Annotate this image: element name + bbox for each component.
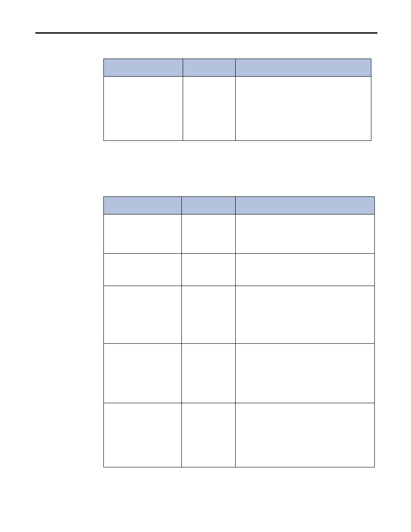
table2-cell: [104, 215, 182, 254]
table2-cell: [182, 215, 236, 254]
table1-header-0: [104, 59, 183, 77]
table2-cell: [182, 344, 236, 403]
table2-cell: [104, 344, 182, 403]
table2-cell: [104, 254, 182, 286]
table2-row: [104, 215, 375, 254]
table2-cell: [104, 403, 182, 467]
table2-cell: [236, 215, 375, 254]
table2-cell: [182, 286, 236, 344]
table-1-container: [103, 59, 371, 141]
table2-cell: [182, 403, 236, 467]
table2-header-0: [104, 197, 182, 215]
table2-cell: [236, 403, 375, 467]
table1-cell: [236, 77, 371, 141]
table-1: [103, 59, 371, 141]
table-2-container: [103, 196, 375, 467]
table2-row: [104, 254, 375, 286]
table1-cell: [104, 77, 183, 141]
table2-cell: [236, 286, 375, 344]
table1-cell: [183, 77, 236, 141]
table2-row: [104, 344, 375, 403]
top-horizontal-rule: [35, 32, 377, 34]
table2-header-2: [236, 197, 375, 215]
table-2: [103, 196, 375, 467]
table2-header-1: [182, 197, 236, 215]
table2-cell: [236, 344, 375, 403]
table1-row: [104, 77, 371, 141]
table2-cell: [104, 286, 182, 344]
table2-cell: [236, 254, 375, 286]
table2-cell: [182, 254, 236, 286]
table1-header-1: [183, 59, 236, 77]
page: [0, 0, 411, 532]
table1-header-2: [236, 59, 371, 77]
table2-row: [104, 286, 375, 344]
table2-row: [104, 403, 375, 467]
